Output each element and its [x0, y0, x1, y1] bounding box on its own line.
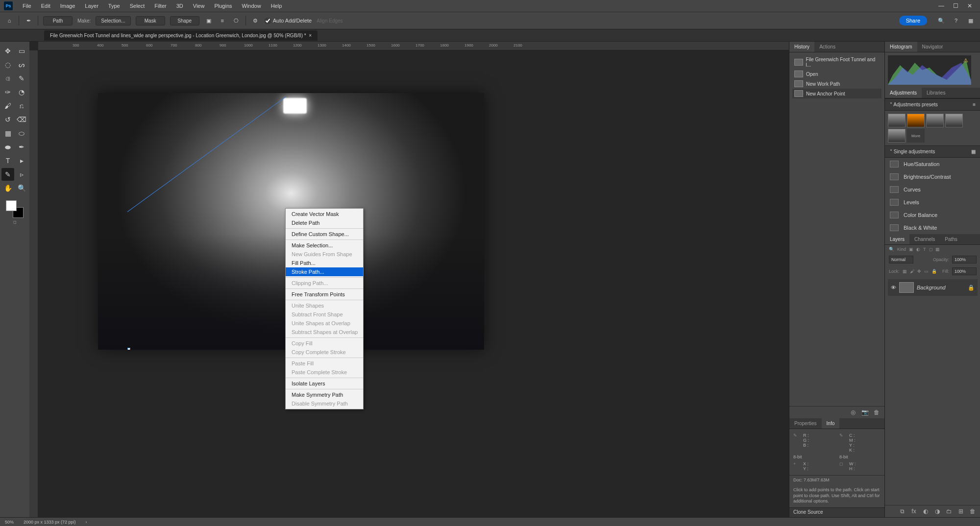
camera-icon[interactable]: 📷	[861, 408, 869, 416]
foreground-color[interactable]	[6, 200, 17, 211]
menu-window[interactable]: Window	[237, 1, 266, 11]
fx-icon[interactable]: fx	[910, 507, 918, 515]
frame-tool[interactable]: ✎	[15, 72, 28, 85]
history-item-open[interactable]: Open	[792, 69, 882, 79]
zoom-tool[interactable]: 🔍	[15, 182, 28, 194]
lasso-tool[interactable]: ᔕ	[15, 58, 28, 71]
anchor-point[interactable]	[127, 348, 130, 350]
history-brush-tool[interactable]: ↺	[1, 113, 14, 126]
type-tool[interactable]: T	[1, 154, 14, 167]
make-mask-button[interactable]: Mask	[136, 16, 165, 25]
context-item[interactable]: Make Selection...	[286, 241, 363, 250]
pen-tool-active[interactable]: ✎	[1, 168, 14, 181]
canvas-area[interactable]: 3004005006007008009001000110012001300140…	[29, 42, 789, 517]
auto-add-delete-checkbox[interactable]: Auto Add/Delete	[265, 18, 312, 24]
adj-presets-header[interactable]: ˅ Adjustments presets≡	[885, 98, 980, 111]
tab-actions[interactable]: Actions	[814, 42, 840, 52]
mask-icon[interactable]: ◐	[922, 507, 930, 515]
tab-navigator[interactable]: Navigator	[917, 42, 948, 52]
ruler-vertical[interactable]	[29, 50, 38, 517]
workspace-icon[interactable]: ▦	[966, 16, 975, 25]
lock-trans-icon[interactable]: ▦	[903, 269, 907, 274]
gradient-tool[interactable]: ▦	[1, 127, 14, 140]
make-selection-button[interactable]: Selection...	[96, 16, 130, 25]
menu-edit[interactable]: Edit	[36, 1, 55, 11]
stamp-tool[interactable]: ⎌	[15, 99, 28, 112]
tab-history[interactable]: History	[789, 42, 814, 52]
menu-layer[interactable]: Layer	[80, 1, 103, 11]
adj-levels[interactable]: Levels	[885, 196, 980, 209]
history-item-new-work-path[interactable]: New Work Path	[792, 79, 882, 89]
path-select-tool[interactable]: ▸	[15, 154, 28, 167]
preset-thumb[interactable]	[888, 129, 906, 143]
hand-tool[interactable]: ✋	[1, 182, 14, 194]
filter-type-icon[interactable]: T	[923, 247, 926, 252]
context-item[interactable]: Make Symmetry Path	[286, 390, 363, 399]
menu-help[interactable]: Help	[266, 1, 287, 11]
opacity-input[interactable]	[952, 256, 977, 263]
adj-hue-saturation[interactable]: Hue/Saturation	[885, 158, 980, 170]
lock-image-icon[interactable]: 🖌	[910, 269, 914, 274]
tool-mode-select[interactable]: Path	[43, 16, 73, 25]
preset-thumb[interactable]	[926, 114, 944, 127]
filter-adj-icon[interactable]: ◐	[916, 247, 920, 252]
gear-icon[interactable]: ⚙	[251, 16, 260, 25]
preset-more[interactable]: More	[907, 129, 925, 143]
delete-layer-icon[interactable]: 🗑	[969, 507, 977, 515]
maximize-icon[interactable]: ☐	[953, 2, 958, 9]
history-snapshot[interactable]: File Greenwich Foot Tunnel and l...	[792, 55, 882, 69]
fill-input[interactable]	[952, 267, 977, 275]
path-arrange-icon[interactable]: ⎔	[232, 16, 241, 25]
eyedropper-tool[interactable]: ✑	[1, 86, 14, 98]
adj-black-white[interactable]: Black & White	[885, 221, 980, 234]
doc-dimensions[interactable]: 2000 px x 1333 px (72 ppi)	[24, 520, 76, 525]
filter-smart-icon[interactable]: ▦	[935, 247, 940, 252]
context-item[interactable]: Free Transform Points	[286, 290, 363, 299]
status-arrow-icon[interactable]: ›	[86, 520, 87, 525]
context-item[interactable]: Delete Path	[286, 218, 363, 227]
visibility-icon[interactable]: 👁	[891, 285, 896, 290]
minimize-icon[interactable]: —	[938, 2, 944, 9]
preset-thumb[interactable]	[888, 114, 906, 127]
history-item-new-anchor[interactable]: New Anchor Point	[792, 89, 882, 98]
blend-mode[interactable]	[889, 256, 913, 263]
menu-file[interactable]: File	[18, 1, 36, 11]
zoom-level[interactable]: 50%	[5, 520, 14, 525]
filter-image-icon[interactable]: ▣	[909, 247, 913, 252]
tab-histogram[interactable]: Histogram	[885, 42, 917, 52]
clone-source-panel-header[interactable]: Clone Source	[789, 507, 884, 517]
artboard-tool[interactable]: ▭	[15, 45, 28, 57]
menu-3d[interactable]: 3D	[172, 1, 188, 11]
tab-properties[interactable]: Properties	[789, 418, 822, 429]
grid-icon[interactable]: ▦	[971, 149, 976, 154]
group-icon[interactable]: 🗀	[945, 507, 953, 515]
make-shape-button[interactable]: Shape	[170, 16, 199, 25]
menu-filter[interactable]: Filter	[149, 1, 171, 11]
menu-view[interactable]: View	[188, 1, 210, 11]
lock-nest-icon[interactable]: ▭	[924, 269, 929, 274]
filter-shape-icon[interactable]: ◻	[929, 247, 932, 252]
preset-thumb[interactable]	[945, 114, 963, 127]
adj-brightness-contrast[interactable]: Brightness/Contrast	[885, 170, 980, 183]
menu-select[interactable]: Select	[125, 1, 150, 11]
search-icon[interactable]: 🔍	[937, 16, 946, 25]
quick-mask-icon[interactable]: ◻	[13, 220, 17, 224]
tab-info[interactable]: Info	[822, 418, 840, 429]
menu-plugins[interactable]: Plugins	[209, 1, 237, 11]
tab-channels[interactable]: Channels	[909, 234, 940, 244]
crop-tool[interactable]: ⟃	[1, 72, 14, 85]
tab-adjustments[interactable]: Adjustments	[885, 88, 922, 98]
marquee-tool[interactable]: ◌	[1, 58, 14, 71]
new-layer-icon[interactable]: ⊞	[957, 507, 965, 515]
pen-tool[interactable]: ✒	[15, 141, 28, 153]
path-ops-icon[interactable]: ▣	[204, 16, 213, 25]
menu-image[interactable]: Image	[55, 1, 80, 11]
trash-icon[interactable]: 🗑	[873, 408, 881, 416]
blur-tool[interactable]: ⬭	[15, 127, 28, 140]
context-item[interactable]: Define Custom Shape...	[286, 230, 363, 239]
share-button[interactable]: Share	[899, 16, 927, 25]
brush-tool[interactable]: 🖌	[1, 99, 14, 112]
document-tab[interactable]: File Greenwich Foot Tunnel and lines_wid…	[44, 30, 318, 41]
menu-icon[interactable]: ≡	[973, 102, 976, 107]
tab-layers[interactable]: Layers	[885, 234, 909, 244]
